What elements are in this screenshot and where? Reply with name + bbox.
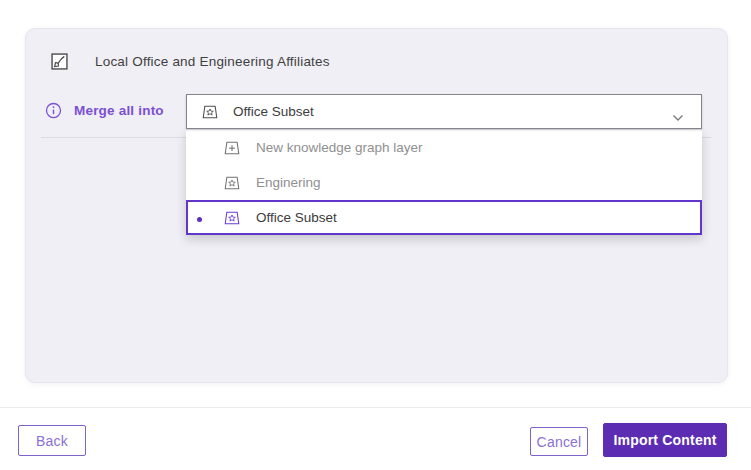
source-layer-row: Local Office and Engineering Affiliates [51, 53, 330, 70]
menu-option-new-layer[interactable]: New knowledge graph layer [186, 130, 702, 165]
menu-option-label: Enginering [256, 175, 321, 190]
select-value: Office Subset [233, 104, 314, 119]
new-knowledge-graph-layer-icon [223, 140, 241, 156]
link-chart-icon [51, 53, 68, 70]
menu-option-label: Office Subset [256, 210, 337, 225]
knowledge-graph-layer-icon [201, 104, 219, 120]
chevron-down-icon[interactable] [672, 108, 684, 126]
import-options-panel: Local Office and Engineering Affiliates … [25, 28, 728, 383]
menu-option-label: New knowledge graph layer [256, 140, 423, 155]
menu-option-enginering[interactable]: Enginering [186, 165, 702, 200]
cancel-button[interactable]: Cancel [530, 427, 588, 456]
merge-target-menu: New knowledge graph layer Enginering Off… [186, 130, 702, 235]
knowledge-graph-layer-icon [223, 210, 241, 226]
merge-target-select[interactable]: Office Subset [186, 94, 702, 129]
back-button[interactable]: Back [18, 425, 86, 456]
menu-option-office-subset[interactable]: Office Subset [186, 200, 702, 235]
selected-bullet-icon [197, 217, 202, 222]
footer-divider [0, 407, 751, 408]
merge-row: Merge all into [45, 102, 164, 119]
knowledge-graph-layer-icon [223, 175, 241, 191]
info-icon[interactable] [45, 102, 62, 119]
import-content-button[interactable]: Import Content [603, 423, 727, 457]
source-layer-label: Local Office and Engineering Affiliates [95, 54, 330, 69]
merge-all-into-label: Merge all into [74, 103, 164, 118]
